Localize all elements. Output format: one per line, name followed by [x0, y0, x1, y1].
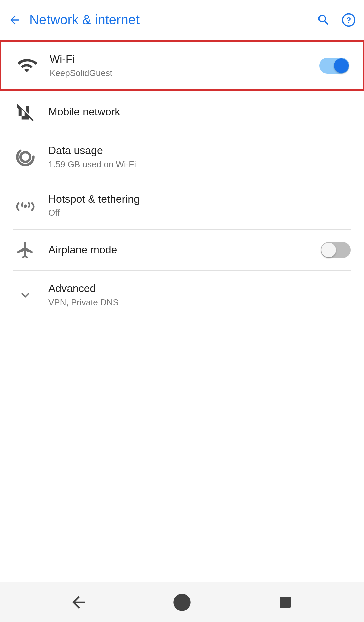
data-usage-title: Data usage — [48, 144, 351, 158]
airplane-mode-toggle[interactable] — [321, 242, 351, 258]
wifi-text: Wi-Fi KeepSolidGuest — [50, 52, 297, 79]
svg-text:?: ? — [346, 16, 351, 25]
hotspot-item[interactable]: Hotspot & tethering Off — [0, 181, 364, 229]
advanced-title: Advanced — [48, 282, 351, 296]
settings-list: Wi-Fi KeepSolidGuest Mobile network — [0, 40, 364, 582]
airplane-toggle-right — [321, 242, 351, 258]
data-usage-icon — [13, 147, 37, 167]
mobile-network-title: Mobile network — [48, 105, 351, 119]
wifi-toggle-knob — [334, 58, 349, 73]
chevron-down-icon — [13, 287, 37, 303]
data-usage-text: Data usage 1.59 GB used on Wi-Fi — [48, 144, 351, 170]
mobile-network-item[interactable]: Mobile network — [0, 91, 364, 133]
airplane-mode-icon — [13, 240, 37, 260]
wifi-right — [303, 54, 349, 78]
airplane-mode-title: Airplane mode — [48, 243, 315, 257]
airplane-toggle-knob — [321, 243, 336, 257]
wifi-subtitle: KeepSolidGuest — [50, 68, 297, 79]
advanced-subtitle: VPN, Private DNS — [48, 297, 351, 308]
advanced-text: Advanced VPN, Private DNS — [48, 282, 351, 308]
wifi-title: Wi-Fi — [50, 52, 297, 66]
header-icons: ? — [316, 13, 356, 27]
svg-rect-5 — [280, 597, 291, 608]
nav-recents-button[interactable] — [272, 589, 299, 616]
wifi-item[interactable]: Wi-Fi KeepSolidGuest — [0, 40, 364, 91]
wifi-divider — [311, 54, 311, 78]
nav-home-button[interactable] — [169, 589, 195, 616]
search-icon[interactable] — [316, 13, 331, 27]
header: Network & internet ? — [0, 0, 364, 40]
hotspot-icon — [13, 195, 37, 215]
airplane-mode-item[interactable]: Airplane mode — [0, 230, 364, 270]
mobile-network-text: Mobile network — [48, 105, 351, 119]
nav-bar — [0, 582, 364, 622]
hotspot-text: Hotspot & tethering Off — [48, 192, 351, 219]
back-button[interactable] — [8, 13, 21, 27]
data-usage-item[interactable]: Data usage 1.59 GB used on Wi-Fi — [0, 133, 364, 181]
hotspot-title: Hotspot & tethering — [48, 192, 351, 206]
data-usage-subtitle: 1.59 GB used on Wi-Fi — [48, 159, 351, 170]
airplane-mode-text: Airplane mode — [48, 243, 315, 257]
nav-back-button[interactable] — [65, 589, 92, 616]
help-icon[interactable]: ? — [341, 13, 356, 27]
wifi-icon — [15, 56, 39, 76]
svg-point-3 — [21, 152, 30, 162]
advanced-item[interactable]: Advanced VPN, Private DNS — [0, 271, 364, 319]
page-title: Network & internet — [29, 12, 316, 27]
svg-point-4 — [174, 594, 190, 610]
mobile-network-icon — [13, 102, 37, 122]
wifi-toggle[interactable] — [319, 58, 349, 74]
hotspot-subtitle: Off — [48, 207, 351, 219]
